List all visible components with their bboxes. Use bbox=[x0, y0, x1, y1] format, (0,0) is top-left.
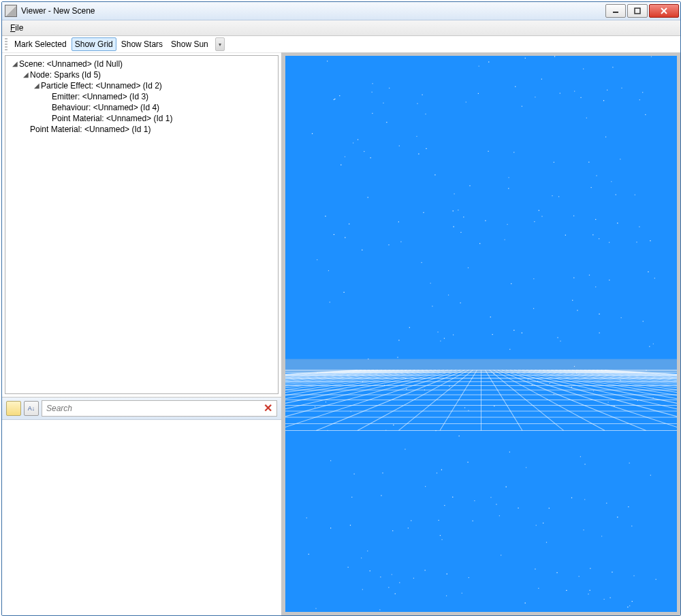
tree-row[interactable]: Point Material: <Unnamed> (Id 1) bbox=[7, 113, 276, 124]
tree-label: Scene: <Unnamed> (Id Null) bbox=[19, 59, 123, 69]
svg-rect-242 bbox=[496, 504, 496, 504]
svg-rect-309 bbox=[609, 280, 609, 280]
svg-rect-210 bbox=[539, 210, 539, 211]
svg-rect-284 bbox=[406, 389, 407, 389]
svg-rect-157 bbox=[308, 554, 309, 555]
svg-rect-190 bbox=[650, 240, 650, 241]
svg-rect-314 bbox=[518, 508, 518, 508]
svg-rect-171 bbox=[400, 242, 401, 242]
svg-rect-207 bbox=[558, 196, 559, 197]
svg-rect-322 bbox=[533, 278, 534, 279]
toolbar-overflow-button[interactable]: ▾ bbox=[215, 37, 225, 51]
svg-rect-308 bbox=[413, 578, 414, 579]
svg-rect-271 bbox=[422, 262, 422, 263]
search-input[interactable] bbox=[45, 403, 262, 414]
svg-rect-321 bbox=[368, 359, 368, 359]
svg-rect-317 bbox=[383, 103, 383, 103]
svg-rect-260 bbox=[633, 575, 634, 576]
svg-rect-305 bbox=[350, 525, 351, 525]
svg-rect-159 bbox=[583, 69, 584, 69]
svg-rect-261 bbox=[398, 340, 399, 340]
svg-rect-175 bbox=[549, 508, 550, 508]
svg-rect-117 bbox=[473, 521, 473, 521]
close-button[interactable] bbox=[649, 4, 679, 18]
svg-rect-99 bbox=[437, 331, 438, 332]
svg-rect-93 bbox=[367, 551, 368, 551]
properties-panel: A↓ ✕ bbox=[2, 397, 281, 615]
svg-rect-158 bbox=[588, 594, 588, 594]
tree-twisty-icon[interactable]: ◢ bbox=[33, 80, 41, 91]
svg-rect-253 bbox=[533, 308, 534, 309]
show-grid-button[interactable]: Show Grid bbox=[72, 37, 116, 51]
svg-rect-4 bbox=[285, 56, 677, 612]
svg-rect-138 bbox=[399, 582, 400, 583]
svg-rect-178 bbox=[372, 83, 373, 84]
svg-rect-237 bbox=[646, 370, 646, 371]
svg-rect-180 bbox=[583, 530, 584, 530]
viewport-pane bbox=[282, 52, 680, 615]
tree-row[interactable]: Emitter: <Unnamed> (Id 3) bbox=[7, 91, 276, 102]
tree-label: Behaviour: <Unnamed> (Id 4) bbox=[52, 102, 159, 113]
svg-rect-97 bbox=[535, 97, 535, 97]
svg-rect-154 bbox=[522, 332, 522, 333]
svg-rect-251 bbox=[334, 99, 334, 100]
svg-rect-134 bbox=[463, 216, 464, 217]
tree-row[interactable]: ◢Scene: <Unnamed> (Id Null) bbox=[7, 59, 276, 69]
viewport-3d[interactable] bbox=[285, 56, 677, 612]
scene-tree[interactable]: ◢Scene: <Unnamed> (Id Null)◢Node: Sparks… bbox=[5, 55, 279, 394]
tree-row[interactable]: Behaviour: <Unnamed> (Id 4) bbox=[7, 102, 276, 113]
svg-rect-108 bbox=[444, 338, 445, 339]
minimize-icon bbox=[612, 7, 619, 14]
svg-rect-136 bbox=[590, 590, 590, 591]
titlebar[interactable]: Viewer - New Scene bbox=[2, 2, 680, 20]
svg-rect-144 bbox=[513, 152, 514, 152]
svg-rect-220 bbox=[478, 93, 479, 94]
mark-selected-button[interactable]: Mark Selected bbox=[11, 37, 70, 51]
svg-rect-89 bbox=[460, 232, 461, 233]
menu-file[interactable]: File bbox=[6, 22, 27, 34]
show-sun-button[interactable]: Show Sun bbox=[168, 37, 212, 51]
svg-rect-88 bbox=[536, 525, 537, 525]
clear-search-button[interactable]: ✕ bbox=[262, 404, 274, 413]
categorized-icon[interactable] bbox=[6, 401, 21, 416]
svg-rect-193 bbox=[525, 602, 526, 603]
svg-rect-172 bbox=[541, 216, 542, 216]
svg-rect-275 bbox=[635, 195, 635, 195]
svg-rect-133 bbox=[399, 146, 400, 146]
minimize-button[interactable] bbox=[605, 4, 626, 18]
tree-row[interactable]: ◢Particle Effect: <Unnamed> (Id 2) bbox=[7, 80, 276, 91]
tree-twisty-icon[interactable]: ◢ bbox=[11, 59, 19, 69]
svg-rect-313 bbox=[424, 389, 425, 390]
svg-rect-86 bbox=[566, 590, 567, 591]
svg-rect-268 bbox=[649, 346, 650, 346]
toolbar-grip-icon[interactable] bbox=[5, 38, 7, 50]
svg-rect-248 bbox=[571, 387, 572, 387]
svg-rect-126 bbox=[434, 174, 435, 175]
maximize-button[interactable] bbox=[627, 4, 648, 18]
svg-rect-162 bbox=[328, 270, 329, 271]
svg-rect-331 bbox=[488, 61, 489, 62]
tree-twisty-icon[interactable]: ◢ bbox=[22, 69, 30, 80]
svg-rect-104 bbox=[528, 380, 528, 380]
svg-rect-311 bbox=[557, 337, 558, 338]
svg-rect-272 bbox=[579, 576, 580, 577]
svg-rect-132 bbox=[608, 402, 609, 402]
svg-rect-304 bbox=[601, 536, 602, 536]
tree-label: Particle Effect: <Unnamed> (Id 2) bbox=[41, 80, 162, 91]
svg-rect-255 bbox=[416, 136, 417, 137]
tree-label: Node: Sparks (Id 5) bbox=[30, 69, 101, 80]
tree-row[interactable]: Point Material: <Unnamed> (Id 1) bbox=[7, 124, 276, 135]
tree-row[interactable]: ◢Node: Sparks (Id 5) bbox=[7, 69, 276, 80]
svg-rect-83 bbox=[576, 372, 577, 373]
show-stars-button[interactable]: Show Stars bbox=[118, 37, 166, 51]
svg-rect-297 bbox=[380, 577, 381, 577]
svg-rect-318 bbox=[571, 498, 572, 498]
svg-rect-264 bbox=[511, 283, 511, 284]
svg-rect-142 bbox=[596, 176, 597, 176]
svg-rect-192 bbox=[372, 92, 373, 93]
svg-rect-184 bbox=[526, 467, 526, 468]
svg-rect-129 bbox=[349, 223, 349, 224]
svg-rect-212 bbox=[384, 385, 385, 386]
svg-rect-205 bbox=[479, 243, 480, 244]
sort-az-icon[interactable]: A↓ bbox=[24, 401, 39, 416]
